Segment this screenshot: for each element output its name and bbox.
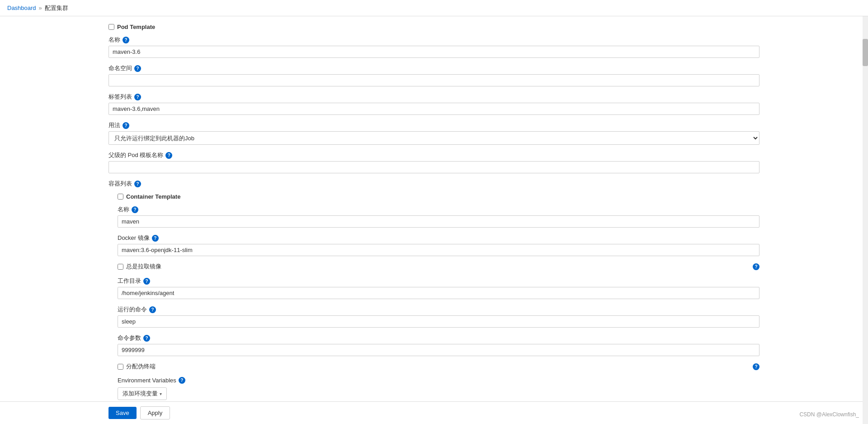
allocate-tty-row: 分配伪终端 ? — [118, 362, 760, 371]
nav-dashboard[interactable]: Dashboard — [7, 5, 36, 11]
pod-parent-label: 父级的 Pod 模板名称 ? — [108, 151, 760, 159]
command-args-help-icon[interactable]: ? — [143, 335, 150, 342]
working-dir-field: 工作目录 ? — [118, 277, 760, 299]
pod-usage-help-icon[interactable]: ? — [123, 122, 129, 129]
nav-current: 配置集群 — [45, 4, 68, 12]
container-list-label: 容器列表 ? — [108, 180, 760, 188]
env-vars-label: Environment Variables ? — [118, 377, 760, 384]
pod-name-help-icon[interactable]: ? — [123, 37, 129, 43]
pod-usage-select[interactable]: 只允许运行绑定到此机器的Job 尽可能地使用此节点 不使用此节点 — [108, 131, 760, 145]
pod-labels-field: 标签列表 ? — [108, 93, 760, 115]
pod-namespace-field: 命名空间 ? — [108, 64, 760, 86]
run-command-help-icon[interactable]: ? — [149, 306, 156, 313]
main-content: Pod Template 名称 ? 命名空间 ? 标签列表 ? — [0, 16, 868, 424]
env-vars-help-icon[interactable]: ? — [179, 377, 185, 384]
pod-parent-input[interactable] — [108, 161, 760, 173]
docker-image-input[interactable] — [118, 244, 760, 256]
watermark: CSDN @AlexClownfish_ — [799, 411, 859, 418]
docker-image-field: Docker 镜像 ? — [118, 234, 760, 256]
run-command-field: 运行的命令 ? — [118, 305, 760, 328]
working-dir-label: 工作目录 ? — [118, 277, 760, 285]
pod-template-section: Pod Template 名称 ? 命名空间 ? 标签列表 ? — [108, 24, 760, 410]
add-env-dropdown-icon: ▾ — [160, 391, 162, 396]
container-name-input[interactable] — [118, 215, 760, 228]
bottom-bar: Save Apply — [0, 401, 868, 424]
breadcrumb: Dashboard » 配置集群 — [0, 0, 868, 16]
pod-labels-input[interactable] — [108, 103, 760, 115]
pod-namespace-input[interactable] — [108, 74, 760, 86]
command-args-label: 命令参数 ? — [118, 334, 760, 342]
always-pull-checkbox[interactable] — [118, 264, 123, 270]
container-template-section: Container Template 名称 ? Docker 镜像 ? — [108, 193, 760, 410]
add-env-button[interactable]: 添加环境变量 ▾ — [118, 387, 167, 400]
pod-labels-help-icon[interactable]: ? — [134, 94, 141, 100]
docker-image-help-icon[interactable]: ? — [152, 235, 159, 242]
nav-separator: » — [39, 5, 42, 11]
always-pull-row: 总是拉取镜像 ? — [118, 262, 760, 271]
apply-button[interactable]: Apply — [140, 406, 170, 419]
container-name-field: 名称 ? — [118, 205, 760, 228]
container-name-label: 名称 ? — [118, 205, 760, 214]
allocate-tty-checkbox[interactable] — [118, 364, 123, 370]
pod-parent-field: 父级的 Pod 模板名称 ? — [108, 151, 760, 173]
working-dir-input[interactable] — [118, 287, 760, 299]
pod-usage-field: 用法 ? 只允许运行绑定到此机器的Job 尽可能地使用此节点 不使用此节点 — [108, 121, 760, 145]
pod-template-checkbox[interactable] — [108, 24, 114, 30]
container-list-help-icon[interactable]: ? — [134, 181, 141, 187]
pod-name-input[interactable] — [108, 46, 760, 58]
container-template-checkbox[interactable] — [118, 194, 123, 200]
always-pull-label: 总是拉取镜像 — [126, 262, 161, 271]
allocate-tty-help-icon: ? — [750, 363, 760, 370]
pod-name-label: 名称 ? — [108, 36, 760, 44]
always-pull-help-icon: ? — [750, 263, 760, 270]
pod-parent-help-icon[interactable]: ? — [165, 152, 172, 159]
container-name-help-icon[interactable]: ? — [132, 206, 138, 213]
scrollbar-area — [863, 16, 868, 424]
pod-labels-label: 标签列表 ? — [108, 93, 760, 101]
save-button[interactable]: Save — [108, 407, 137, 419]
pod-namespace-label: 命名空间 ? — [108, 64, 760, 72]
pod-template-header: Pod Template — [108, 24, 760, 30]
command-args-input[interactable] — [118, 344, 760, 356]
docker-image-label: Docker 镜像 ? — [118, 234, 760, 242]
scrollbar-thumb[interactable] — [863, 39, 868, 66]
pod-namespace-help-icon[interactable]: ? — [134, 65, 141, 72]
working-dir-help-icon[interactable]: ? — [143, 278, 150, 285]
container-template-header: Container Template — [118, 193, 760, 200]
run-command-label: 运行的命令 ? — [118, 305, 760, 314]
pod-usage-label: 用法 ? — [108, 121, 760, 129]
run-command-input[interactable] — [118, 315, 760, 328]
allocate-tty-label: 分配伪终端 — [126, 362, 156, 371]
command-args-field: 命令参数 ? — [118, 334, 760, 356]
pod-name-field: 名称 ? — [108, 36, 760, 58]
